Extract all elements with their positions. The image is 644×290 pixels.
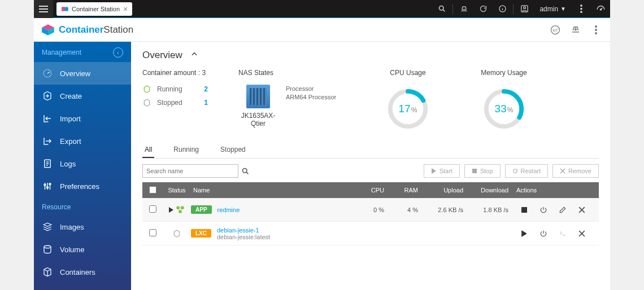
edit-icon[interactable]	[558, 205, 567, 214]
row-checkbox[interactable]	[149, 229, 156, 236]
table-row: APP redmine 0 % 4 % 2.6 KB /s 1.8 KB /s	[142, 198, 599, 222]
nas-image	[246, 85, 270, 108]
collapse-icon[interactable]: ‹	[113, 47, 123, 58]
app-logo: ContainerStation	[41, 23, 133, 37]
restart-button[interactable]: Restart	[505, 164, 548, 178]
nav-label: Images	[60, 223, 84, 231]
search-icon[interactable]	[432, 0, 451, 18]
tab-stopped[interactable]: Stopped	[218, 142, 248, 158]
sidebar-item-overview[interactable]: Overview	[34, 62, 131, 85]
search-icon[interactable]	[238, 164, 252, 178]
sidebar-section-resource: Resource	[34, 197, 131, 216]
svg-point-28	[180, 206, 184, 209]
stat-running: Running 2	[142, 85, 221, 94]
nas-states-label: NAS States	[238, 69, 351, 77]
app-tab[interactable]: Container Station ×	[56, 2, 132, 16]
running-icon	[142, 85, 151, 94]
row-checkbox[interactable]	[149, 205, 156, 213]
nav-label: Create	[60, 92, 82, 100]
sidebar-item-images[interactable]: Images	[34, 216, 131, 238]
svg-point-20	[44, 245, 51, 248]
more-icon[interactable]	[572, 0, 591, 18]
sidebar: Management ‹ Overview Create Import Expo…	[34, 42, 131, 290]
sidebar-item-containers[interactable]: Containers	[34, 261, 131, 283]
preferences-icon	[42, 181, 53, 192]
cpu-gauge: 17%	[386, 87, 430, 131]
info-icon[interactable]	[493, 0, 512, 18]
stop-button[interactable]: Stop	[464, 164, 501, 178]
svg-point-7	[580, 8, 582, 10]
sidebar-item-logs[interactable]: Logs	[34, 152, 131, 175]
app-header: ContainerStation IoT	[34, 18, 610, 42]
search-input[interactable]	[142, 164, 238, 178]
overview-icon	[42, 68, 53, 79]
import-icon	[42, 113, 53, 124]
svg-point-18	[47, 187, 49, 188]
containers-icon	[42, 266, 53, 278]
user-menu[interactable]: admin ▼	[534, 5, 572, 13]
close-icon[interactable]: ×	[123, 5, 128, 14]
sidebar-item-preferences[interactable]: Preferences	[34, 175, 131, 197]
sidebar-item-create[interactable]: Create	[34, 85, 131, 107]
svg-text:IoT: IoT	[552, 28, 558, 32]
svg-point-13	[595, 29, 597, 31]
stopped-icon	[142, 98, 151, 107]
download-cell: 1.8 KB /s	[469, 206, 514, 213]
sidebar-item-import[interactable]: Import	[34, 107, 131, 130]
nav-label: Export	[60, 137, 81, 146]
page-title: Overview	[142, 50, 599, 61]
content: Overview Container amount : 3 Running 2 …	[131, 42, 610, 290]
iot-icon[interactable]: IoT	[548, 23, 563, 37]
svg-rect-30	[521, 207, 527, 213]
more-icon[interactable]	[589, 23, 603, 37]
svg-point-19	[49, 183, 51, 185]
svg-point-12	[595, 25, 597, 28]
play-icon[interactable]	[520, 229, 529, 238]
power-icon[interactable]	[539, 229, 548, 238]
processor-info: Processor ARM64 Processor	[286, 85, 336, 102]
nav-label: Overview	[60, 69, 90, 78]
svg-point-2	[439, 6, 443, 11]
container-table: Status Name CPU RAM Upload Download Acti…	[142, 182, 599, 245]
tab-running[interactable]: Running	[171, 142, 201, 158]
container-name-link[interactable]: debian-jessie-1	[217, 227, 270, 234]
sidebar-item-volume[interactable]: Volume	[34, 238, 131, 261]
export-icon[interactable]	[568, 23, 583, 37]
sidebar-item-export[interactable]: Export	[34, 130, 131, 152]
nav-label: Volume	[60, 245, 84, 254]
chevron-up-icon[interactable]	[190, 50, 198, 61]
svg-point-17	[44, 184, 46, 186]
power-icon[interactable]	[539, 205, 548, 214]
remove-button[interactable]: Remove	[552, 164, 599, 178]
logo-icon	[41, 23, 55, 37]
notifications-icon[interactable]	[454, 0, 473, 18]
remove-icon[interactable]	[577, 229, 586, 238]
nav-label: Preferences	[60, 182, 99, 191]
tab-all[interactable]: All	[142, 142, 154, 158]
remove-icon[interactable]	[577, 205, 586, 214]
user-icon[interactable]	[515, 0, 534, 18]
brand-b: Station	[103, 24, 133, 36]
refresh-icon[interactable]	[473, 0, 493, 18]
stop-icon[interactable]	[520, 205, 529, 214]
sidebar-section-management: Management ‹	[34, 42, 131, 62]
nas-name: JK1635AX-Qtier	[238, 112, 278, 128]
nav-label: Logs	[60, 160, 76, 168]
terminal-icon[interactable]	[558, 229, 567, 238]
volume-icon	[42, 244, 53, 255]
hamburger-icon[interactable]	[34, 0, 53, 18]
container-name-link[interactable]: redmine	[217, 206, 240, 213]
stat-stopped: Stopped 1	[142, 98, 221, 107]
lxc-type-icon	[172, 229, 181, 238]
nav-label: Import	[60, 115, 81, 123]
ram-cell: 4 %	[390, 206, 424, 213]
export-icon	[42, 135, 53, 147]
svg-rect-1	[62, 7, 65, 11]
start-button[interactable]: Start	[424, 164, 460, 178]
upload-cell: 2.6 KB /s	[424, 206, 469, 213]
dashboard-icon[interactable]	[591, 0, 610, 18]
svg-point-29	[179, 210, 182, 213]
app-type-icon	[175, 205, 185, 215]
svg-point-27	[176, 206, 180, 209]
select-all-checkbox[interactable]	[149, 186, 156, 194]
